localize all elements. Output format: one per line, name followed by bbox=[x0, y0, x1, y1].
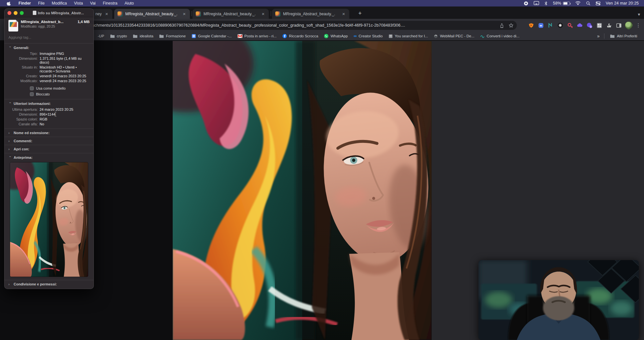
blue-wallet-extension-icon[interactable] bbox=[537, 22, 544, 29]
menu-file[interactable]: File bbox=[34, 0, 48, 6]
section-title: Generali: bbox=[14, 46, 29, 50]
share-button[interactable] bbox=[500, 23, 504, 28]
url-text[interactable]: /attachments/1013512335442333816/1088906… bbox=[86, 23, 495, 28]
bookmark-label: Formazione bbox=[166, 34, 186, 38]
bookmark-label: WebMail PEC - De... bbox=[440, 34, 474, 38]
disclosure-chevron-icon[interactable]: › bbox=[8, 46, 12, 49]
screen-mirroring-icon[interactable] bbox=[534, 1, 539, 6]
menu-modifica[interactable]: Modifica bbox=[48, 0, 70, 6]
address-bar[interactable]: /attachments/1013512335442333816/1088906… bbox=[82, 21, 517, 30]
disclosure-chevron-icon[interactable]: › bbox=[8, 102, 12, 105]
add-tags-input[interactable] bbox=[8, 34, 90, 41]
tab-mrregista-1-active[interactable]: MRregista_Abstract_beauty._. × bbox=[114, 9, 190, 19]
bookmark-up[interactable]: -UP bbox=[95, 33, 106, 39]
disclosure-chevron-icon[interactable]: › bbox=[8, 283, 12, 286]
bookmark-gmail-inbox[interactable]: Posta in arrivo - ri... bbox=[235, 33, 279, 39]
tab-separator bbox=[192, 11, 192, 16]
tab-mrregista-3[interactable]: MRregista_Abstract_beauty._. × bbox=[272, 9, 349, 19]
nami-extension-icon[interactable] bbox=[547, 22, 554, 29]
bookmark-webmail-pec[interactable]: WebMail PEC - De... bbox=[431, 33, 477, 39]
control-center-icon[interactable] bbox=[596, 1, 601, 6]
menu-vai[interactable]: Vai bbox=[86, 0, 99, 6]
other-bookmarks-folder[interactable]: Altri Preferiti bbox=[608, 33, 639, 39]
checkbox-icon[interactable] bbox=[30, 92, 34, 96]
tab-mrregista-2[interactable]: MRregista_Abstract_beauty._. × bbox=[192, 9, 269, 19]
tab-search-chevron-icon[interactable]: ▾ bbox=[638, 12, 640, 17]
menu-vista[interactable]: Vista bbox=[70, 0, 87, 6]
bookmark-crypto[interactable]: crypto bbox=[108, 33, 129, 39]
tab-favicon bbox=[118, 11, 123, 17]
finder-info-window: Info su MRregista_Abstr... MRregista_Abs… bbox=[4, 8, 94, 289]
row-value: RGB bbox=[40, 117, 90, 121]
gray-grid-extension-icon[interactable] bbox=[596, 22, 603, 29]
apple-menu[interactable] bbox=[3, 0, 15, 6]
finder-title-bar[interactable]: Info su MRregista_Abstr... bbox=[5, 9, 93, 17]
section-anteprima[interactable]: › Anteprima: bbox=[5, 153, 93, 161]
purple-cloud-extension-icon[interactable] bbox=[576, 22, 583, 29]
section-nome-ed-estensione[interactable]: › Nome ed estensione: bbox=[5, 129, 93, 137]
menu-finestra[interactable]: Finestra bbox=[99, 0, 121, 6]
section-generali[interactable]: › Generali: bbox=[5, 44, 93, 51]
section-title: Apri con: bbox=[14, 147, 29, 151]
bookmark-creator-studio[interactable]: ∞ Creator Studio bbox=[352, 33, 385, 39]
section-apri-con[interactable]: › Apri con: bbox=[5, 145, 93, 153]
tab-close-icon[interactable]: × bbox=[261, 11, 266, 17]
disclosure-chevron-icon[interactable]: › bbox=[8, 147, 12, 151]
disclosure-chevron-icon[interactable]: › bbox=[8, 139, 12, 143]
disclosure-chevron-icon[interactable]: › bbox=[8, 156, 12, 159]
menu-aiuto[interactable]: Aiuto bbox=[121, 0, 138, 6]
bookmark-whatsapp[interactable]: WhatsApp bbox=[322, 33, 350, 39]
menu-finder[interactable]: Finder bbox=[15, 0, 34, 6]
disclosure-chevron-icon[interactable]: › bbox=[8, 131, 12, 135]
battery-icon bbox=[563, 2, 570, 5]
section-commenti[interactable]: › Commenti: bbox=[5, 137, 93, 145]
bookmark-google-calendar[interactable]: 31 Google Calendar -... bbox=[189, 33, 234, 39]
puzzle-extensions-icon[interactable] bbox=[605, 22, 613, 29]
bookmark-label: -UP bbox=[98, 34, 104, 38]
close-traffic-light[interactable] bbox=[7, 11, 11, 15]
section-title: Nome ed estensione: bbox=[14, 131, 50, 135]
checkbox-bloccato[interactable]: Bloccato bbox=[5, 91, 93, 99]
menu-bar-clock[interactable]: Ven 24 mar 20:25 bbox=[606, 1, 639, 6]
tab-close-icon[interactable]: × bbox=[182, 11, 187, 17]
bookmark-you-searched[interactable]: You searched for I... bbox=[386, 33, 430, 39]
wifi-icon[interactable] bbox=[575, 1, 581, 6]
checkbox-icon[interactable] bbox=[30, 86, 34, 90]
tab-label: MRregista_Abstract_beauty._. bbox=[125, 12, 179, 16]
row-key: Dimensioni: bbox=[6, 57, 38, 64]
portrait-artwork bbox=[173, 41, 432, 340]
section-title: Condivisione e permessi: bbox=[14, 282, 57, 286]
webmail-icon bbox=[434, 34, 438, 38]
row-value: 24 marzo 2023 20:25 bbox=[40, 107, 90, 111]
bookmarks-overflow-chevrons[interactable]: » bbox=[596, 33, 601, 39]
bluetooth-icon[interactable] bbox=[544, 1, 548, 6]
bookmark-label: Posta in arrivo - ri... bbox=[244, 34, 277, 38]
discord-attachment-image[interactable] bbox=[173, 41, 432, 340]
tab-close-icon[interactable]: × bbox=[341, 11, 346, 17]
browser-menu-kebab-icon[interactable]: ⋮ bbox=[635, 22, 641, 28]
checkbox-usa-come-modello[interactable]: Usa come modello bbox=[5, 85, 93, 91]
tab-favicon bbox=[275, 11, 280, 17]
tab-close-icon[interactable]: × bbox=[104, 11, 109, 17]
black-circle-extension-icon[interactable] bbox=[557, 22, 564, 29]
red-key-extension-icon[interactable] bbox=[566, 22, 574, 29]
side-panel-icon[interactable] bbox=[615, 22, 622, 29]
metamask-extension-icon[interactable] bbox=[527, 22, 535, 29]
tab-favicon bbox=[196, 11, 201, 17]
record-dot-icon[interactable] bbox=[524, 1, 528, 6]
browser-window: ney × MRregista_Abstract_beauty._. × MRr… bbox=[0, 6, 644, 340]
purple-s-badge-extension-icon[interactable]: S bbox=[586, 22, 593, 29]
spotlight-search-icon[interactable] bbox=[586, 1, 590, 6]
bookmark-video-converter[interactable]: Converti i video di... bbox=[478, 33, 522, 39]
row-key: Spazio colori: bbox=[6, 117, 38, 121]
bookmark-label: idealista bbox=[140, 34, 153, 38]
bookmark-idealista[interactable]: idealista bbox=[130, 33, 155, 39]
bookmark-formazione[interactable]: Formazione bbox=[157, 33, 188, 39]
bookmark-star-icon[interactable] bbox=[509, 23, 514, 28]
new-tab-button[interactable]: + bbox=[356, 9, 364, 18]
section-ulteriori-informazioni[interactable]: › Ulteriori informazioni: bbox=[5, 99, 93, 107]
profile-avatar[interactable] bbox=[625, 21, 633, 29]
bookmark-facebook-profile[interactable]: Riccardo Scrocca bbox=[280, 33, 320, 39]
battery-status[interactable]: 58% bbox=[553, 1, 570, 6]
section-condivisione-e-permessi[interactable]: › Condivisione e permessi: bbox=[5, 280, 93, 288]
